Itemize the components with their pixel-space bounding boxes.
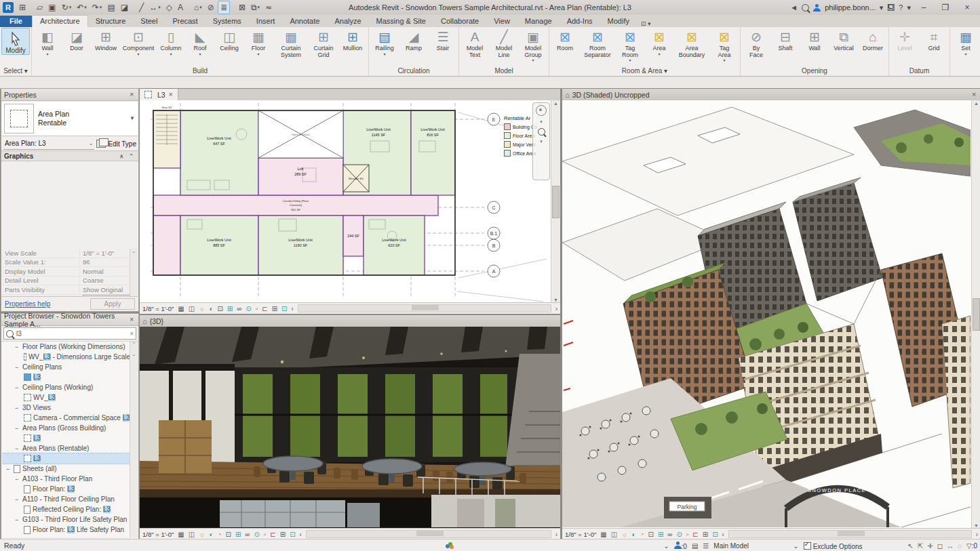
selection-reset-icon[interactable]: ◌ [958, 542, 962, 550]
thin-lines-button[interactable]: ≣ [218, 1, 230, 14]
ribbon-tab-insert[interactable]: Insert [249, 16, 283, 27]
tree-item[interactable]: WV_L3 - Dimensions Large Scale [2, 352, 130, 362]
tree-item[interactable]: L3 [2, 433, 130, 443]
properties-help-link[interactable]: Properties help [5, 300, 50, 308]
save-button[interactable]: ▣ [46, 1, 58, 14]
view-scale[interactable]: 1/8" = 1'-0" [142, 531, 174, 538]
select-pinned-elements-icon[interactable]: ✛ [927, 542, 933, 550]
project-browser-close-icon[interactable]: × [128, 316, 136, 323]
sync-with-central-button[interactable]: ↻▾ [60, 1, 74, 14]
crop-region-visibility-icon[interactable]: ⊞ [658, 531, 663, 538]
collapse-toggle[interactable]: − [15, 496, 21, 503]
browser-search-input[interactable]: l3 × [3, 327, 136, 340]
collapse-toggle[interactable]: − [15, 405, 21, 411]
tree-item[interactable]: WV_L3 [2, 392, 130, 403]
tree-item[interactable]: L3 [2, 453, 130, 464]
ribbon-tab-manage[interactable]: Manage [517, 16, 560, 27]
reveal-constraints-icon[interactable]: ⊏ [692, 531, 698, 538]
status-chevron-icon[interactable]: ⌄ [663, 542, 669, 550]
selection-box-icon[interactable]: ⊡ [712, 531, 718, 538]
undo-button[interactable]: ↶▾ [75, 1, 89, 14]
worksharing-display-icon[interactable]: ⊞ [703, 531, 708, 538]
select-elements-by-face-icon[interactable]: ◻ [937, 542, 943, 550]
worksets-dialog-icon[interactable]: ▤ [692, 542, 698, 550]
wall-button[interactable]: ◧Wall▾ [33, 28, 62, 56]
panel-label[interactable]: Circulation [370, 66, 457, 76]
crop-view-icon[interactable]: ⊡ [217, 305, 222, 312]
shaded-view-header[interactable]: ⌂ 3D (Shaded) Uncropped × [562, 89, 980, 101]
steering-wheel-icon[interactable] [536, 105, 547, 116]
application-menu-button[interactable]: R [1, 1, 16, 14]
clear-search-icon[interactable]: × [130, 330, 134, 338]
select-panel-label[interactable]: Select ▾ [1, 66, 30, 76]
visual-style-icon[interactable]: ◫ [189, 305, 195, 312]
panel-label[interactable]: Opening [742, 66, 887, 76]
render-dialog-icon[interactable]: ◔ [640, 531, 644, 538]
tree-item[interactable]: −Ceiling Plans [2, 362, 130, 372]
crop-view-icon[interactable]: ⊡ [226, 531, 231, 538]
tree-item[interactable]: −A110 - Third Floor Ceiling Plan [2, 494, 130, 504]
customize-qat-button[interactable]: ≂ [263, 1, 274, 14]
workset-list-icon[interactable]: ☰ [703, 542, 709, 550]
active-workset-selector[interactable]: Main Model [713, 542, 788, 550]
collaboration-status-icon[interactable] [445, 542, 454, 550]
app-store-cart-icon[interactable]: ⛾ [887, 3, 895, 12]
ribbon-tab-analyze[interactable]: Analyze [327, 16, 368, 27]
tree-item[interactable]: −Ceiling Plans (Working) [2, 382, 130, 392]
apply-button[interactable]: Apply [90, 298, 135, 310]
properties-scrollbar[interactable]: ⌄ [130, 249, 138, 296]
sun-path-icon[interactable]: ☼ [199, 305, 205, 312]
shadows-icon[interactable]: ◐ [209, 531, 213, 538]
aligned-dimension-button[interactable]: ↔▾ [147, 1, 163, 14]
collapse-toggle[interactable]: − [6, 466, 12, 472]
tree-item[interactable]: −G103 - Third Floor Life Safety Plan [2, 514, 130, 525]
tree-item[interactable]: −A103 - Third Floor Plan [2, 474, 130, 484]
tree-item[interactable]: −Area Plans (Rentable) [2, 443, 130, 453]
panel-label[interactable]: Build [33, 66, 367, 76]
tree-item[interactable]: Floor Plan: L3 Life Safety Plan [2, 525, 130, 535]
open-button[interactable]: ▱ [35, 1, 45, 14]
ribbon-tab-structure[interactable]: Structure [88, 16, 134, 27]
model-line-button[interactable]: ╱ModelLine [490, 28, 518, 58]
home-icon[interactable]: ⌂ [142, 317, 147, 325]
close-view-icon[interactable]: × [970, 91, 978, 98]
model-text-button[interactable]: AModelText [460, 28, 489, 58]
ribbon-tab-modify[interactable]: Modify [600, 16, 637, 27]
shadows-icon[interactable]: ◐ [631, 531, 635, 538]
worksharing-display-icon[interactable]: ⊞ [280, 531, 286, 538]
scroll-right-icon[interactable]: › [555, 305, 557, 312]
shaded-canvas[interactable]: Parking SNOWDON PLACE ▲▼ [562, 100, 980, 529]
plan-vertical-scrollbar[interactable]: ▲▼ [551, 100, 560, 303]
visual-style-icon[interactable]: ◫ [189, 531, 195, 538]
transfer-standards-button[interactable]: ◪ [119, 1, 130, 14]
project-browser-title-bar[interactable]: Project Browser - Snowdon Towers Sample … [1, 314, 138, 326]
minimize-button[interactable]: – [915, 3, 933, 12]
property-value[interactable]: 96 [80, 258, 130, 266]
drag-elements-on-selection-icon[interactable]: ↔ [947, 542, 954, 550]
ribbon-tab-systems[interactable]: Systems [205, 16, 249, 27]
tree-item[interactable]: −Sheets (all) [2, 464, 130, 474]
ribbon-tab-collaborate[interactable]: Collaborate [433, 16, 486, 27]
search-icon[interactable] [802, 4, 809, 12]
user-dropdown-arrow-icon[interactable]: ▾ [880, 3, 884, 12]
plan-canvas[interactable]: E C B.1 B A Live/Work Unit 647 SF Live/W… [140, 100, 560, 303]
collapse-bar-icon[interactable]: ‹ [722, 531, 724, 538]
shadows-icon[interactable]: ◐ [209, 305, 213, 312]
horizontal-scrollbar[interactable] [728, 530, 972, 538]
ribbon-tab-add-ins[interactable]: Add-Ins [560, 16, 600, 27]
model-text-button[interactable]: A [176, 1, 185, 14]
ribbon-tab-view[interactable]: View [486, 16, 517, 27]
curtain-grid-button[interactable]: ⊞CurtainGrid [309, 28, 338, 58]
scroll-right-icon[interactable]: › [555, 531, 557, 538]
crop-region-visibility-icon[interactable]: ⊞ [235, 531, 241, 538]
close-view-icon[interactable]: × [169, 91, 173, 98]
browser-scrollbar[interactable]: ⌃⌄ [130, 342, 138, 537]
zoom-icon[interactable] [538, 128, 545, 136]
home-icon[interactable]: ⌂ [565, 91, 570, 99]
area-boundary-button[interactable]: ⊠AreaBoundary [674, 28, 709, 58]
by-face-button[interactable]: ⊘ByFace [742, 28, 770, 58]
selection-box-icon[interactable]: ⊡ [290, 531, 295, 538]
switch-windows-button[interactable]: ⧉▾ [249, 1, 262, 14]
property-value[interactable]: Normal [80, 268, 130, 275]
ribbon-tab-architecture[interactable]: Architecture [32, 15, 88, 27]
